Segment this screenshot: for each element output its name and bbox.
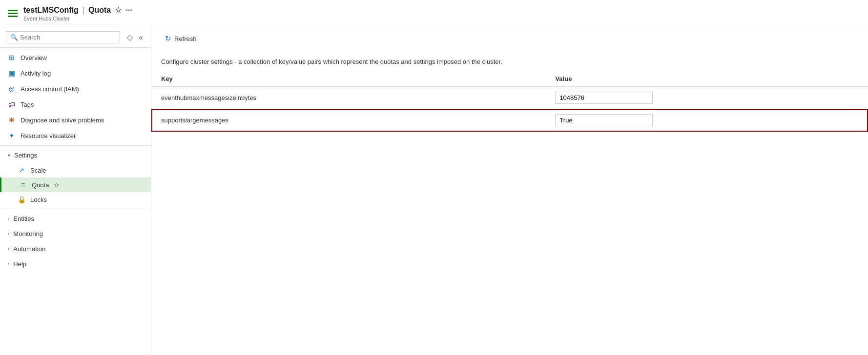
sidebar: 🔍 ◇ « ⊞ Overview ▣ Activity log ◎ Access…	[0, 27, 151, 355]
sidebar-item-diagnose[interactable]: ✱ Diagnose and solve problems	[0, 112, 151, 128]
sidebar-item-activity-log[interactable]: ▣ Activity log	[0, 65, 151, 81]
activity-log-icon: ▣	[8, 69, 16, 77]
sidebar-item-locks[interactable]: 🔒 Locks	[0, 192, 151, 207]
sidebar-item-overview[interactable]: ⊞ Overview	[0, 50, 151, 65]
resource-name[interactable]: testLMSConfig	[23, 6, 79, 15]
row1-value-input[interactable]	[555, 92, 653, 104]
sidebar-item-resource-visualizer[interactable]: ✦ Resource visualizer	[0, 128, 151, 143]
title-separator: |	[83, 6, 84, 15]
diagnose-label: Diagnose and solve problems	[21, 117, 143, 124]
overview-icon: ⊞	[8, 54, 16, 61]
content-area: ↻ Refresh Configure cluster settings - a…	[151, 27, 868, 355]
sidebar-section-settings[interactable]: ▾ Settings	[0, 148, 151, 163]
refresh-button[interactable]: ↻ Refresh	[161, 32, 201, 45]
sidebar-controls: ◇ «	[125, 32, 145, 43]
overview-label: Overview	[21, 54, 143, 61]
sidebar-item-tags[interactable]: 🏷 Tags	[0, 97, 151, 112]
quota-icon: ≡	[19, 181, 27, 189]
quota-label: Quota	[32, 181, 49, 189]
row2-value-cell[interactable]	[545, 109, 868, 132]
locks-label: Locks	[30, 196, 47, 203]
resource-subtitle: Event Hubs Cluster	[23, 16, 132, 21]
scale-label: Scale	[30, 167, 46, 174]
tags-icon: 🏷	[8, 100, 16, 108]
column-header-key: Key	[151, 71, 545, 87]
nav-divider-2	[0, 209, 151, 209]
resource-visualizer-icon: ✦	[8, 132, 16, 139]
activity-log-label: Activity log	[21, 70, 143, 77]
iam-label: Access control (IAM)	[21, 85, 143, 93]
sidebar-section-automation[interactable]: › Automation	[0, 241, 151, 256]
sidebar-search-bar: 🔍 ◇ «	[0, 27, 151, 48]
entities-section-label: Entities	[13, 215, 34, 222]
help-chevron-icon: ›	[8, 261, 9, 267]
sidebar-section-monitoring[interactable]: › Monitoring	[0, 226, 151, 241]
resource-visualizer-label: Resource visualizer	[21, 132, 143, 139]
content-description: Configure cluster settings - a collectio…	[151, 50, 868, 71]
page-title: Quota	[88, 6, 111, 15]
favorite-star-icon[interactable]: ☆	[115, 5, 122, 15]
tags-label: Tags	[21, 101, 143, 108]
row2-key: supportslargemessages	[151, 109, 545, 132]
sidebar-section-entities[interactable]: › Entities	[0, 211, 151, 226]
scale-icon: ↗	[18, 166, 25, 174]
sidebar-section-help[interactable]: › Help	[0, 256, 151, 272]
main-layout: 🔍 ◇ « ⊞ Overview ▣ Activity log ◎ Access…	[0, 27, 868, 355]
sidebar-item-quota[interactable]: ≡ Quota ☆	[0, 178, 151, 192]
diagnose-icon: ✱	[8, 116, 16, 124]
search-input[interactable]	[20, 34, 116, 41]
iam-icon: ◎	[8, 85, 16, 93]
row1-key: eventhubmaxmessagesizeinbytes	[151, 87, 545, 109]
collapse-sidebar-button[interactable]: «	[137, 32, 145, 43]
search-input-wrapper[interactable]: 🔍	[6, 31, 120, 43]
table-row[interactable]: supportslargemessages	[151, 109, 868, 132]
sidebar-nav: ⊞ Overview ▣ Activity log ◎ Access contr…	[0, 48, 151, 355]
settings-chevron-icon: ▾	[8, 153, 10, 158]
locks-icon: 🔒	[18, 196, 25, 203]
row2-value-input[interactable]	[555, 114, 653, 126]
search-icon: 🔍	[10, 34, 18, 41]
quota-favorite-star-icon[interactable]: ☆	[54, 181, 60, 189]
nav-divider	[0, 145, 151, 146]
settings-section-label: Settings	[14, 152, 37, 159]
sidebar-item-scale[interactable]: ↗ Scale	[0, 163, 151, 178]
table-row[interactable]: eventhubmaxmessagesizeinbytes	[151, 87, 868, 109]
content-toolbar: ↻ Refresh	[151, 27, 868, 50]
header-title-block: testLMSConfig | Quota ☆ ··· Event Hubs C…	[23, 5, 132, 21]
column-header-value: Value	[545, 71, 868, 87]
help-section-label: Help	[13, 260, 26, 268]
monitoring-chevron-icon: ›	[8, 231, 9, 237]
sidebar-item-iam[interactable]: ◎ Access control (IAM)	[0, 81, 151, 97]
table-header-row: Key Value	[151, 71, 868, 87]
entities-chevron-icon: ›	[8, 216, 9, 221]
row1-value-cell[interactable]	[545, 87, 868, 109]
more-options-icon[interactable]: ···	[125, 6, 132, 15]
diamond-icon-button[interactable]: ◇	[125, 32, 135, 43]
header: testLMSConfig | Quota ☆ ··· Event Hubs C…	[0, 0, 868, 27]
refresh-label: Refresh	[174, 35, 197, 42]
automation-chevron-icon: ›	[8, 246, 9, 252]
azure-menu-icon[interactable]	[8, 10, 18, 17]
quota-table: Key Value eventhubmaxmessagesizeinbytes …	[151, 71, 868, 132]
refresh-icon: ↻	[165, 34, 171, 43]
monitoring-section-label: Monitoring	[13, 230, 43, 237]
header-title: testLMSConfig | Quota ☆ ···	[23, 5, 132, 15]
automation-section-label: Automation	[13, 245, 45, 253]
